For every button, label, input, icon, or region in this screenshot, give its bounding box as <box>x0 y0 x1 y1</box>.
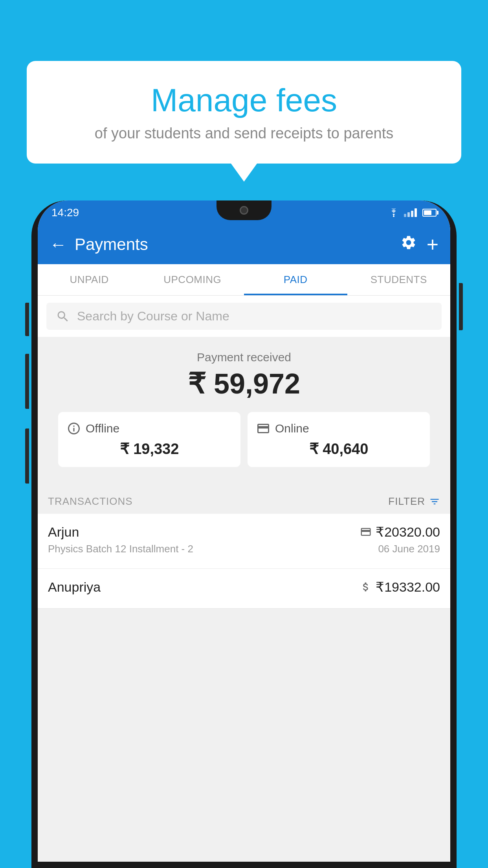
transaction-date-arjun: 06 June 2019 <box>378 543 440 555</box>
transaction-detail-row-arjun: Physics Batch 12 Installment - 2 06 June… <box>48 543 440 555</box>
online-amount: ₹ 40,640 <box>256 440 421 458</box>
transactions-header: TRANSACTIONS FILTER <box>38 487 450 514</box>
wifi-icon <box>387 208 400 217</box>
settings-button[interactable] <box>400 234 417 255</box>
offline-card: Offline ₹ 19,332 <box>58 412 240 467</box>
speech-bubble-container: Manage fees of your students and send re… <box>27 61 461 164</box>
online-label: Online <box>275 422 309 435</box>
payment-amount: ₹ 59,972 <box>50 367 438 400</box>
transactions-label: TRANSACTIONS <box>48 495 133 508</box>
phone-side-button-left-top <box>25 303 29 336</box>
offline-icon <box>67 421 81 436</box>
svg-point-0 <box>393 215 394 217</box>
status-icons <box>387 208 437 217</box>
phone-notch <box>216 200 272 220</box>
transaction-amount-row-anupriya: ₹19332.00 <box>360 579 440 595</box>
transaction-amount-arjun: ₹20320.00 <box>376 524 440 540</box>
filter-button[interactable]: FILTER <box>388 495 440 508</box>
phone-frame: 14:29 <box>31 200 457 868</box>
search-placeholder: Search by Course or Name <box>77 309 229 324</box>
bubble-title: Manage fees <box>50 83 438 118</box>
app-bar-icons: + <box>400 233 438 256</box>
online-icon <box>256 421 270 436</box>
transaction-amount-row-arjun: ₹20320.00 <box>360 524 440 540</box>
transaction-name-anupriya: Anupriya <box>48 579 101 595</box>
transaction-item-anupriya[interactable]: Anupriya ₹19332.00 <box>38 569 450 609</box>
speech-bubble: Manage fees of your students and send re… <box>27 61 461 164</box>
back-button[interactable]: ← <box>50 235 67 254</box>
transaction-detail-arjun: Physics Batch 12 Installment - 2 <box>48 543 193 555</box>
cash-payment-icon <box>360 581 372 593</box>
battery-fill <box>424 210 431 215</box>
tab-upcoming[interactable]: UPCOMING <box>141 264 244 295</box>
battery-icon <box>422 209 437 217</box>
phone-side-button-right <box>459 283 463 330</box>
phone-screen: 14:29 <box>38 200 450 862</box>
phone-side-button-left-mid <box>25 354 29 409</box>
transaction-amount-anupriya: ₹19332.00 <box>376 579 440 595</box>
search-icon <box>56 309 70 324</box>
filter-label: FILTER <box>388 495 425 508</box>
offline-amount: ₹ 19,332 <box>67 440 232 458</box>
offline-card-header: Offline <box>67 421 232 436</box>
tab-unpaid[interactable]: UNPAID <box>38 264 141 295</box>
transaction-name-arjun: Arjun <box>48 524 79 540</box>
status-bar: 14:29 <box>38 200 450 225</box>
tabs-container: UNPAID UPCOMING PAID STUDENTS <box>38 264 450 296</box>
search-container: Search by Course or Name <box>38 296 450 337</box>
payment-section: Payment received ₹ 59,972 Offline ₹ 19,3… <box>38 337 450 487</box>
offline-label: Offline <box>86 422 119 435</box>
transaction-item-arjun[interactable]: Arjun ₹20320.00 Physics Batch 12 Install… <box>38 514 450 569</box>
cards-row: Offline ₹ 19,332 Online ₹ 40,640 <box>50 412 438 479</box>
phone-side-button-left-bot <box>25 428 29 484</box>
tab-students[interactable]: STUDENTS <box>347 264 451 295</box>
app-bar-title: Payments <box>75 235 400 254</box>
bubble-subtitle: of your students and send receipts to pa… <box>50 125 438 142</box>
tab-paid[interactable]: PAID <box>244 264 347 295</box>
online-card: Online ₹ 40,640 <box>248 412 430 467</box>
payment-label: Payment received <box>50 351 438 364</box>
status-time: 14:29 <box>51 206 79 219</box>
transaction-row-arjun: Arjun ₹20320.00 <box>48 524 440 540</box>
add-button[interactable]: + <box>427 233 438 256</box>
card-payment-icon <box>360 526 372 538</box>
search-box[interactable]: Search by Course or Name <box>46 303 442 330</box>
app-bar: ← Payments + <box>38 225 450 264</box>
online-card-header: Online <box>256 421 421 436</box>
filter-icon <box>429 496 440 507</box>
transaction-row-anupriya: Anupriya ₹19332.00 <box>48 579 440 595</box>
camera <box>240 206 248 215</box>
signal-icon <box>404 208 417 217</box>
